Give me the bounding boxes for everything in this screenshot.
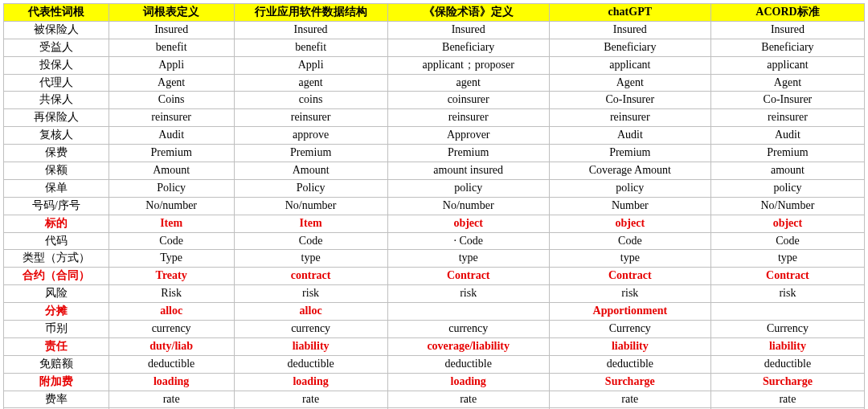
table-cell: type <box>387 250 549 268</box>
table-body: 被保险人InsuredInsuredInsuredInsuredInsured受… <box>4 21 865 409</box>
table-cell: coinsurer <box>387 92 549 109</box>
table-cell: liability <box>710 337 864 355</box>
table-cell: Agent <box>710 74 864 92</box>
table-cell: 复核人 <box>4 127 109 145</box>
table-cell: Insured <box>108 21 234 39</box>
table-cell: currency <box>387 321 549 338</box>
table-cell: liability <box>549 337 710 355</box>
table-cell: Approver <box>387 127 549 145</box>
table-cell: Code <box>234 232 387 250</box>
table-cell: loading <box>108 373 234 391</box>
table-cell: type <box>710 250 864 268</box>
table-cell: deductible <box>108 355 234 373</box>
table-row: 保额AmountAmountamount insuredCoverage Amo… <box>4 162 865 180</box>
table-cell: 附加费 <box>4 373 109 391</box>
table-cell: object <box>387 215 549 232</box>
table-cell: deductible <box>234 355 387 373</box>
table-cell: applicant <box>549 56 710 74</box>
table-cell: 标的 <box>4 215 109 232</box>
header-cell: 行业应用软件数据结构 <box>234 4 387 22</box>
table-cell: 保单 <box>4 179 109 197</box>
table-cell: No/number <box>234 197 387 215</box>
table-cell: Insured <box>387 21 549 39</box>
table-cell: loading <box>234 373 387 391</box>
header-cell: 《保险术语》定义 <box>387 4 549 22</box>
table-cell: 保额 <box>4 162 109 180</box>
table-cell: Risk <box>108 285 234 303</box>
table-cell: Premium <box>387 145 549 162</box>
table-cell: Item <box>108 215 234 232</box>
table-cell: 币别 <box>4 321 109 338</box>
table-row: 类型（方式）Typetypetypetypetype <box>4 250 865 268</box>
table-cell: Contract <box>549 268 710 285</box>
table-cell: policy <box>387 179 549 197</box>
table-cell: Contract <box>710 268 864 285</box>
table-cell: Policy <box>234 179 387 197</box>
terminology-table: 代表性词根 词根表定义 行业应用软件数据结构 《保险术语》定义 chatGPT … <box>3 3 865 409</box>
table-cell: amount insured <box>387 162 549 180</box>
table-cell: liability <box>234 337 387 355</box>
table-cell: 类型（方式） <box>4 250 109 268</box>
table-cell: 风险 <box>4 285 109 303</box>
table-cell: approve <box>234 127 387 145</box>
table-cell: reinsurer <box>387 109 549 127</box>
table-row: 保费PremiumPremiumPremiumPremiumPremium <box>4 145 865 162</box>
table-row: 共保人CoinscoinscoinsurerCo-InsurerCo-Insur… <box>4 92 865 109</box>
table-row: 再保险人reinsurerreinsurerreinsurerreinsurer… <box>4 109 865 127</box>
table-cell: Beneficiary <box>387 39 549 56</box>
table-cell: Appli <box>108 56 234 74</box>
table-cell: Premium <box>108 145 234 162</box>
table-header: 代表性词根 词根表定义 行业应用软件数据结构 《保险术语》定义 chatGPT … <box>4 4 865 22</box>
header-cell: chatGPT <box>549 4 710 22</box>
table-cell: Amount <box>234 162 387 180</box>
table-row: 费率rateraterateraterate <box>4 391 865 408</box>
table-cell: benefit <box>234 39 387 56</box>
table-cell: Number <box>549 197 710 215</box>
table-cell: Beneficiary <box>710 39 864 56</box>
table-cell: Audit <box>710 127 864 145</box>
table-cell: Amount <box>108 162 234 180</box>
table-row: 免赔额deductibledeductibledeductiblededucti… <box>4 355 865 373</box>
table-cell: currency <box>234 321 387 338</box>
table-cell: Coins <box>108 92 234 109</box>
header-cell: 词根表定义 <box>108 4 234 22</box>
table-row: 代理人AgentagentagentAgentAgent <box>4 74 865 92</box>
table-cell: 费率 <box>4 391 109 408</box>
table-row: 标的ItemItemobjectobjectobject <box>4 215 865 232</box>
table-row: 合约（合同）TreatycontractContractContractCont… <box>4 268 865 285</box>
table-cell: Premium <box>710 145 864 162</box>
table-cell: Type <box>108 250 234 268</box>
table-cell: deductible <box>710 355 864 373</box>
table-cell: deductible <box>549 355 710 373</box>
table-cell: Currency <box>549 321 710 338</box>
table-cell: deductible <box>387 355 549 373</box>
table-cell: Audit <box>549 127 710 145</box>
table-cell: Surcharge <box>710 373 864 391</box>
table-cell: amount <box>710 162 864 180</box>
table-row: 投保人AppliAppliapplicant；proposerapplicant… <box>4 56 865 74</box>
table-cell: Insured <box>710 21 864 39</box>
table-row: 复核人AuditapproveApproverAuditAudit <box>4 127 865 145</box>
table-cell: 代理人 <box>4 74 109 92</box>
table-cell: 保费 <box>4 145 109 162</box>
table-cell: Coverage Amount <box>549 162 710 180</box>
table-cell: No/number <box>108 197 234 215</box>
table-cell: object <box>710 215 864 232</box>
table-cell: rate <box>234 391 387 408</box>
table-row: 附加费loadingloadingloadingSurchargeSurchar… <box>4 373 865 391</box>
table-cell: loading <box>387 373 549 391</box>
table-cell: 投保人 <box>4 56 109 74</box>
table-cell: rate <box>710 391 864 408</box>
table-cell: Premium <box>549 145 710 162</box>
table-cell: 代码 <box>4 232 109 250</box>
table-cell: 共保人 <box>4 92 109 109</box>
table-row: 代码CodeCode· CodeCodeCode <box>4 232 865 250</box>
table-cell: Code <box>710 232 864 250</box>
header-cell: ACORD标准 <box>710 4 864 22</box>
table-cell: benefit <box>108 39 234 56</box>
table-cell <box>710 303 864 321</box>
table-cell: reinsurer <box>710 109 864 127</box>
header-cell: 代表性词根 <box>4 4 109 22</box>
table-cell: alloc <box>108 303 234 321</box>
table-cell: 免赔额 <box>4 355 109 373</box>
